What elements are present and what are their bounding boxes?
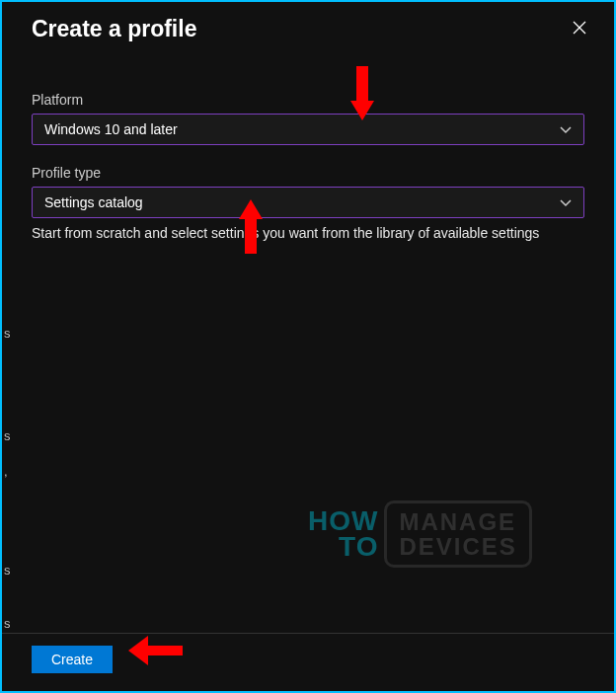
platform-field-group: Platform Windows 10 and later bbox=[32, 92, 584, 145]
chevron-down-icon bbox=[560, 194, 572, 210]
watermark-how: HOW bbox=[308, 508, 378, 535]
platform-select[interactable]: Windows 10 and later bbox=[32, 114, 584, 145]
create-profile-panel: Create a profile Platform Windows 10 and… bbox=[2, 2, 614, 691]
edge-artifact: s bbox=[4, 326, 11, 341]
panel-header: Create a profile bbox=[2, 2, 614, 42]
edge-artifact: s bbox=[4, 428, 11, 443]
watermark-right: MANAGE DEVICES bbox=[384, 500, 531, 568]
panel-footer: Create bbox=[2, 633, 614, 691]
close-button[interactable] bbox=[565, 16, 594, 41]
chevron-down-icon bbox=[560, 121, 572, 137]
edge-artifact: s bbox=[4, 616, 11, 631]
profile-type-description: Start from scratch and select settings y… bbox=[32, 224, 584, 244]
watermark-left: HOW TO bbox=[308, 508, 378, 561]
edge-artifact: s bbox=[4, 563, 11, 578]
profile-type-select[interactable]: Settings catalog bbox=[32, 187, 584, 218]
profile-type-field-group: Profile type Settings catalog Start from… bbox=[32, 165, 584, 244]
watermark-to: TO bbox=[339, 534, 378, 561]
profile-type-value: Settings catalog bbox=[44, 194, 143, 210]
close-icon bbox=[573, 21, 586, 35]
watermark: HOW TO MANAGE DEVICES bbox=[308, 500, 532, 568]
watermark-manage: MANAGE bbox=[399, 509, 516, 534]
edge-artifact: , bbox=[4, 464, 8, 479]
profile-type-label: Profile type bbox=[32, 165, 584, 181]
platform-value: Windows 10 and later bbox=[44, 121, 178, 137]
panel-title: Create a profile bbox=[32, 16, 196, 42]
watermark-devices: DEVICES bbox=[399, 534, 516, 559]
platform-label: Platform bbox=[32, 92, 584, 108]
create-button[interactable]: Create bbox=[32, 646, 113, 673]
